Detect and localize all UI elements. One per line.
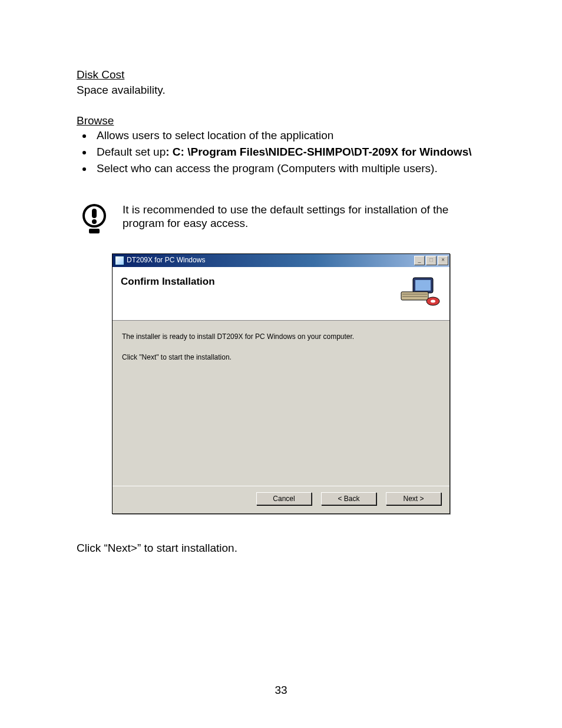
minimize-button[interactable]: _ [414, 256, 425, 265]
svg-rect-7 [401, 292, 428, 300]
next-button[interactable]: Next > [386, 492, 441, 505]
svg-rect-2 [92, 209, 97, 218]
svg-point-11 [431, 299, 435, 302]
list-item: Select who can access the program (Compu… [93, 162, 485, 176]
instruction-text: Click “Next>” to start installation. [77, 541, 485, 555]
page-number: 33 [0, 683, 562, 697]
svg-point-3 [92, 219, 97, 224]
disk-cost-heading: Disk Cost [77, 68, 124, 81]
window-title: DT209X for PC Windows [127, 256, 414, 265]
note-text: It is recommended to use the default set… [112, 203, 485, 236]
app-icon [115, 256, 124, 265]
installer-body-line: Click "Next" to start the installation. [122, 353, 440, 362]
svg-rect-6 [415, 280, 431, 291]
computer-icon [395, 274, 441, 307]
banner-title: Confirm Installation [121, 274, 395, 288]
close-button[interactable]: × [438, 256, 448, 265]
maximize-button[interactable]: □ [426, 256, 437, 265]
browse-heading: Browse [77, 114, 114, 127]
cancel-button[interactable]: Cancel [256, 492, 312, 505]
bullet-prefix: Default set up [97, 146, 166, 158]
warning-icon [77, 203, 112, 236]
browse-bullet-list: Allows users to select location of the a… [93, 129, 485, 175]
title-bar: DT209X for PC Windows _ □ × [113, 254, 449, 267]
disk-cost-text: Space availability. [77, 83, 485, 97]
back-button[interactable]: < Back [321, 492, 376, 505]
installer-window: DT209X for PC Windows _ □ × Confirm Inst… [112, 253, 450, 514]
bullet-bold-path: : C: \Program Files\NIDEC-SHIMPO\DT-209X… [166, 146, 471, 158]
svg-rect-4 [89, 229, 100, 233]
list-item: Allows users to select location of the a… [93, 129, 485, 143]
list-item: Default set up: C: \Program Files\NIDEC-… [93, 145, 485, 159]
installer-body-line: The installer is ready to install DT209X… [122, 332, 440, 341]
